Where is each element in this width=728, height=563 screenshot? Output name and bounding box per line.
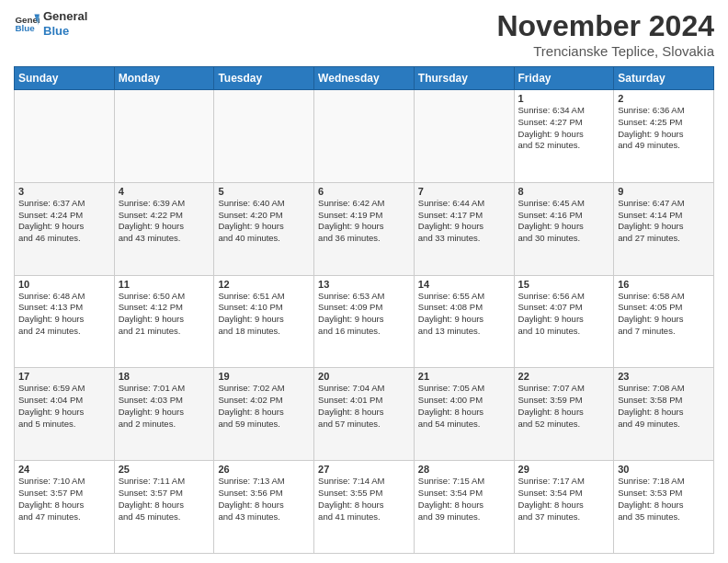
day-number: 23 xyxy=(618,371,710,382)
day-content: Sunrise: 6:37 AM Sunset: 4:24 PM Dayligh… xyxy=(18,198,110,245)
day-content: Sunrise: 6:42 AM Sunset: 4:19 PM Dayligh… xyxy=(318,198,410,245)
day-content: Sunrise: 7:05 AM Sunset: 4:00 PM Dayligh… xyxy=(418,383,510,430)
calendar-cell: 3Sunrise: 6:37 AM Sunset: 4:24 PM Daylig… xyxy=(15,182,115,275)
day-number: 13 xyxy=(318,279,410,290)
page: General Blue General Blue November 2024 … xyxy=(0,0,728,563)
calendar-cell xyxy=(314,90,415,183)
calendar-cell: 2Sunrise: 6:36 AM Sunset: 4:25 PM Daylig… xyxy=(614,90,714,183)
calendar-cell: 5Sunrise: 6:40 AM Sunset: 4:20 PM Daylig… xyxy=(214,182,314,275)
weekday-header-friday: Friday xyxy=(514,67,614,90)
calendar-cell: 27Sunrise: 7:14 AM Sunset: 3:55 PM Dayli… xyxy=(314,461,415,554)
calendar-cell: 19Sunrise: 7:02 AM Sunset: 4:02 PM Dayli… xyxy=(214,368,314,461)
calendar-cell: 14Sunrise: 6:55 AM Sunset: 4:08 PM Dayli… xyxy=(414,275,514,368)
logo-icon: General Blue xyxy=(14,11,40,37)
calendar-cell: 20Sunrise: 7:04 AM Sunset: 4:01 PM Dayli… xyxy=(314,368,415,461)
day-number: 15 xyxy=(518,279,610,290)
calendar-cell xyxy=(15,90,115,183)
day-content: Sunrise: 7:14 AM Sunset: 3:55 PM Dayligh… xyxy=(318,476,410,523)
calendar-cell xyxy=(214,90,314,183)
day-number: 29 xyxy=(518,464,610,475)
day-content: Sunrise: 6:39 AM Sunset: 4:22 PM Dayligh… xyxy=(119,198,210,245)
calendar-table: SundayMondayTuesdayWednesdayThursdayFrid… xyxy=(14,66,714,554)
day-number: 7 xyxy=(418,186,510,197)
day-content: Sunrise: 6:40 AM Sunset: 4:20 PM Dayligh… xyxy=(218,198,310,245)
calendar-cell: 9Sunrise: 6:47 AM Sunset: 4:14 PM Daylig… xyxy=(614,182,714,275)
day-content: Sunrise: 6:36 AM Sunset: 4:25 PM Dayligh… xyxy=(618,105,710,152)
weekday-header-tuesday: Tuesday xyxy=(214,67,314,90)
title-section: November 2024 Trencianske Teplice, Slova… xyxy=(496,9,714,59)
calendar-cell: 10Sunrise: 6:48 AM Sunset: 4:13 PM Dayli… xyxy=(15,275,115,368)
calendar-cell: 23Sunrise: 7:08 AM Sunset: 3:58 PM Dayli… xyxy=(614,368,714,461)
day-number: 14 xyxy=(418,279,510,290)
day-number: 16 xyxy=(618,279,710,290)
day-content: Sunrise: 6:34 AM Sunset: 4:27 PM Dayligh… xyxy=(518,105,610,152)
day-content: Sunrise: 7:17 AM Sunset: 3:54 PM Dayligh… xyxy=(518,476,610,523)
day-number: 25 xyxy=(119,464,210,475)
calendar-cell: 28Sunrise: 7:15 AM Sunset: 3:54 PM Dayli… xyxy=(414,461,514,554)
day-content: Sunrise: 6:59 AM Sunset: 4:04 PM Dayligh… xyxy=(18,383,110,430)
day-number: 22 xyxy=(518,371,610,382)
calendar-cell: 17Sunrise: 6:59 AM Sunset: 4:04 PM Dayli… xyxy=(15,368,115,461)
weekday-header-saturday: Saturday xyxy=(614,67,714,90)
calendar-cell: 15Sunrise: 6:56 AM Sunset: 4:07 PM Dayli… xyxy=(514,275,614,368)
day-content: Sunrise: 6:55 AM Sunset: 4:08 PM Dayligh… xyxy=(418,291,510,338)
day-content: Sunrise: 6:51 AM Sunset: 4:10 PM Dayligh… xyxy=(218,291,310,338)
calendar-cell: 8Sunrise: 6:45 AM Sunset: 4:16 PM Daylig… xyxy=(514,182,614,275)
day-number: 19 xyxy=(218,371,310,382)
day-content: Sunrise: 6:47 AM Sunset: 4:14 PM Dayligh… xyxy=(618,198,710,245)
day-number: 20 xyxy=(318,371,410,382)
day-number: 6 xyxy=(318,186,410,197)
calendar-cell: 30Sunrise: 7:18 AM Sunset: 3:53 PM Dayli… xyxy=(614,461,714,554)
calendar-cell: 24Sunrise: 7:10 AM Sunset: 3:57 PM Dayli… xyxy=(15,461,115,554)
day-number: 8 xyxy=(518,186,610,197)
day-number: 26 xyxy=(218,464,310,475)
calendar-cell: 1Sunrise: 6:34 AM Sunset: 4:27 PM Daylig… xyxy=(514,90,614,183)
day-number: 3 xyxy=(18,186,110,197)
calendar-cell: 18Sunrise: 7:01 AM Sunset: 4:03 PM Dayli… xyxy=(114,368,214,461)
day-content: Sunrise: 7:02 AM Sunset: 4:02 PM Dayligh… xyxy=(218,383,310,430)
day-content: Sunrise: 6:45 AM Sunset: 4:16 PM Dayligh… xyxy=(518,198,610,245)
day-number: 10 xyxy=(18,279,110,290)
day-number: 17 xyxy=(18,371,110,382)
day-number: 28 xyxy=(418,464,510,475)
weekday-header-sunday: Sunday xyxy=(15,67,115,90)
calendar-cell: 26Sunrise: 7:13 AM Sunset: 3:56 PM Dayli… xyxy=(214,461,314,554)
logo-text: General Blue xyxy=(43,9,87,38)
day-content: Sunrise: 6:56 AM Sunset: 4:07 PM Dayligh… xyxy=(518,291,610,338)
day-number: 4 xyxy=(119,186,210,197)
month-title: November 2024 xyxy=(496,9,714,43)
day-content: Sunrise: 7:04 AM Sunset: 4:01 PM Dayligh… xyxy=(318,383,410,430)
day-number: 12 xyxy=(218,279,310,290)
calendar-cell: 13Sunrise: 6:53 AM Sunset: 4:09 PM Dayli… xyxy=(314,275,415,368)
day-content: Sunrise: 6:44 AM Sunset: 4:17 PM Dayligh… xyxy=(418,198,510,245)
day-content: Sunrise: 6:58 AM Sunset: 4:05 PM Dayligh… xyxy=(618,291,710,338)
calendar-cell: 6Sunrise: 6:42 AM Sunset: 4:19 PM Daylig… xyxy=(314,182,415,275)
calendar-cell: 21Sunrise: 7:05 AM Sunset: 4:00 PM Dayli… xyxy=(414,368,514,461)
day-content: Sunrise: 7:15 AM Sunset: 3:54 PM Dayligh… xyxy=(418,476,510,523)
day-number: 18 xyxy=(119,371,210,382)
day-number: 5 xyxy=(218,186,310,197)
day-content: Sunrise: 6:50 AM Sunset: 4:12 PM Dayligh… xyxy=(119,291,210,338)
day-number: 1 xyxy=(518,93,610,104)
day-number: 9 xyxy=(618,186,710,197)
calendar-cell xyxy=(114,90,214,183)
day-content: Sunrise: 7:01 AM Sunset: 4:03 PM Dayligh… xyxy=(119,383,210,430)
day-content: Sunrise: 7:07 AM Sunset: 3:59 PM Dayligh… xyxy=(518,383,610,430)
day-number: 30 xyxy=(618,464,710,475)
calendar-cell: 29Sunrise: 7:17 AM Sunset: 3:54 PM Dayli… xyxy=(514,461,614,554)
day-content: Sunrise: 7:13 AM Sunset: 3:56 PM Dayligh… xyxy=(218,476,310,523)
day-number: 2 xyxy=(618,93,710,104)
weekday-header-monday: Monday xyxy=(114,67,214,90)
day-number: 24 xyxy=(18,464,110,475)
calendar-cell xyxy=(414,90,514,183)
location: Trencianske Teplice, Slovakia xyxy=(496,43,714,59)
calendar-cell: 16Sunrise: 6:58 AM Sunset: 4:05 PM Dayli… xyxy=(614,275,714,368)
calendar-cell: 7Sunrise: 6:44 AM Sunset: 4:17 PM Daylig… xyxy=(414,182,514,275)
day-number: 11 xyxy=(119,279,210,290)
weekday-header-wednesday: Wednesday xyxy=(314,67,415,90)
header: General Blue General Blue November 2024 … xyxy=(14,9,714,59)
weekday-header-thursday: Thursday xyxy=(414,67,514,90)
day-number: 27 xyxy=(318,464,410,475)
calendar-cell: 11Sunrise: 6:50 AM Sunset: 4:12 PM Dayli… xyxy=(114,275,214,368)
day-content: Sunrise: 7:18 AM Sunset: 3:53 PM Dayligh… xyxy=(618,476,710,523)
